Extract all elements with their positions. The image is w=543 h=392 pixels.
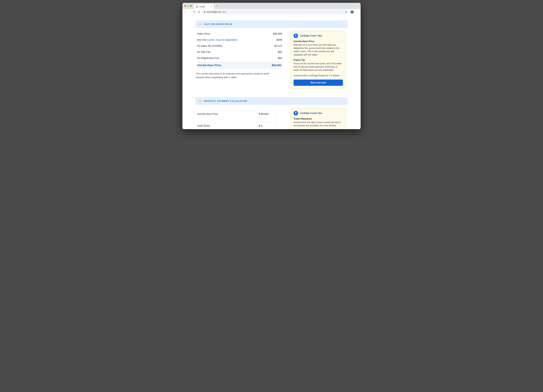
tip-text: Connect with a CarEdge Expert for 1:1 ad… <box>294 74 343 77</box>
fullscreen-window-button[interactable] <box>190 5 192 7</box>
calc-label: Out-the-Door Price <box>197 113 218 116</box>
minimize-window-button[interactable] <box>187 5 189 7</box>
otd-total-row: Out-the-Door Price $50,651 <box>197 62 282 68</box>
input-value: $ 50,651 <box>259 113 269 116</box>
line-item: NJ Registration Fee $84 <box>197 55 282 61</box>
line-item-value: $399 <box>277 39 282 41</box>
start-chat-button[interactable]: Start chat now <box>294 79 343 86</box>
page-viewport: — OUT-THE-DOOR PRICE Seller Price $46,99… <box>182 15 361 129</box>
tab-strip: Google ✕ + <box>182 3 361 9</box>
otd-section-header[interactable]: — OUT-THE-DOOR PRICE <box>196 20 348 28</box>
tip-text: Amount from the sale of your current car… <box>294 121 343 127</box>
otd-line-items: Seller Price $46,995 Doc Fee (varies; ma… <box>197 31 282 79</box>
tip-text: Focus on the out-the-door price, and if … <box>294 62 343 72</box>
url-path: /buy <box>222 11 226 13</box>
calc-section-header[interactable]: — MONTHLY PAYMENT CALCULATOR <box>196 97 348 105</box>
browser-menu-button[interactable]: ⋮ <box>356 10 359 13</box>
line-item-label: NJ Registration Fee <box>197 57 219 60</box>
otd-total-label: Out-the-Door Price <box>197 64 221 67</box>
browser-window: Google ✕ + my.caredge.com/buy ⋮ <box>182 3 361 129</box>
calc-section-title: MONTHLY PAYMENT CALCULATOR <box>204 100 247 102</box>
back-button[interactable] <box>184 11 187 13</box>
calc-row-cash: Cash Down $ 0 <box>197 120 277 129</box>
lightbulb-icon <box>294 34 298 38</box>
otd-section-title: OUT-THE-DOOR PRICE <box>204 23 233 25</box>
reload-button[interactable] <box>193 11 196 13</box>
line-item-value: $3,113 <box>274 45 282 47</box>
collapse-icon: — <box>199 100 202 102</box>
line-item: NJ Title Fee $60 <box>197 49 282 55</box>
calc-row-otd: Out-the-Door Price $ 50,651 <box>197 108 277 120</box>
line-item: Seller Price $46,995 <box>197 31 282 37</box>
forward-button[interactable] <box>188 11 191 13</box>
line-item-label: NJ Sales Tax (6.625%) <box>197 45 222 47</box>
tip-heading: Out-the-Door Price <box>294 40 343 43</box>
lock-icon <box>204 11 205 13</box>
page-content: — OUT-THE-DOOR PRICE Seller Price $46,99… <box>196 15 348 129</box>
line-item-label: Doc Fee <box>197 39 207 41</box>
otd-total-value: $50,651 <box>272 64 282 67</box>
close-window-button[interactable] <box>184 5 186 7</box>
google-favicon <box>196 6 198 8</box>
browser-tab[interactable]: Google ✕ <box>194 4 214 9</box>
bookmark-star-icon[interactable] <box>345 11 347 13</box>
line-item-note[interactable]: (varies; may be negotiable) <box>207 39 237 41</box>
line-item-value: $60 <box>278 50 282 54</box>
line-item-label: NJ Title Fee <box>197 50 210 53</box>
home-button[interactable] <box>198 11 200 13</box>
tip-heading: Expert Tip <box>294 59 343 61</box>
line-item-label: Seller Price <box>197 32 210 35</box>
address-bar[interactable]: my.caredge.com/buy <box>202 10 349 14</box>
tip-heading: Trade Allowance <box>294 118 343 120</box>
calc-label: Cash Down <box>197 124 210 127</box>
coach-tips-card: CarEdge Coach Tips Trade Allowance Amoun… <box>291 108 346 129</box>
lightbulb-icon <box>294 111 298 115</box>
close-tab-button[interactable]: ✕ <box>210 6 212 8</box>
window-controls <box>184 5 192 7</box>
line-item-value: $46,995 <box>273 32 282 35</box>
calculator-form: Out-the-Door Price $ 50,651 Cash Down $ … <box>197 108 282 129</box>
cash-down-input[interactable]: $ 0 <box>257 122 277 129</box>
line-item-value: $84 <box>278 57 282 60</box>
url-domain: my.caredge.com <box>207 11 221 13</box>
coach-tips-title: CarEdge Coach Tips <box>300 112 322 114</box>
new-tab-button[interactable]: + <box>215 4 219 8</box>
otd-price-input[interactable]: $ 50,651 <box>257 111 277 118</box>
line-item: NJ Sales Tax (6.625%) $3,113 <box>197 43 282 49</box>
coach-tips-card: CarEdge Coach Tips Out-the-Door Price Es… <box>291 31 346 89</box>
profile-avatar[interactable] <box>351 10 354 14</box>
otd-footnote: The out-the-door price is an estimate an… <box>196 72 278 79</box>
browser-toolbar: my.caredge.com/buy ⋮ <box>182 9 361 15</box>
collapse-icon: — <box>199 23 202 25</box>
input-value: $ 0 <box>259 124 262 127</box>
tab-title: Google <box>199 6 205 8</box>
coach-tips-title: CarEdge Coach Tips <box>300 34 322 37</box>
line-item: Doc Fee (varies; may be negotiable) $399 <box>197 37 282 43</box>
tip-text: Estimate of a car's total cost with sale… <box>294 43 343 56</box>
